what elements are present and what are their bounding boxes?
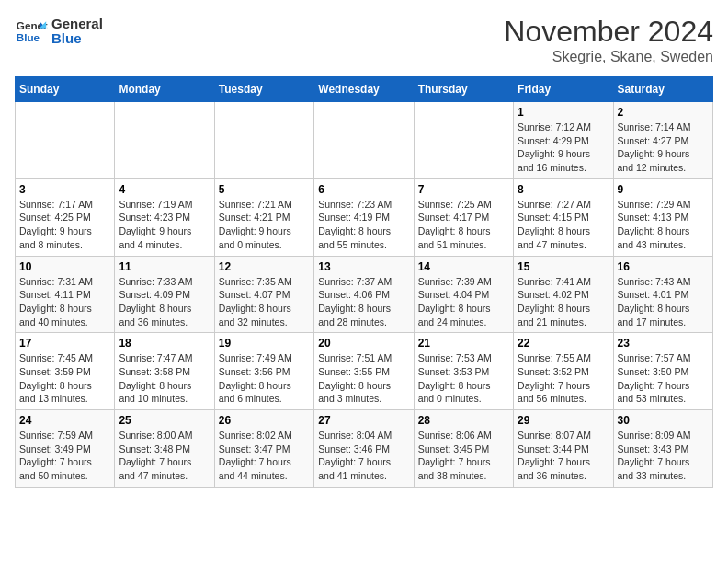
day-number: 24 <box>19 414 110 427</box>
day-number: 19 <box>219 337 310 350</box>
weekday-header-sunday: Sunday <box>16 77 115 102</box>
day-number: 15 <box>518 260 609 273</box>
calendar-week-row: 10Sunrise: 7:31 AM Sunset: 4:11 PM Dayli… <box>16 256 713 333</box>
day-info: Sunrise: 7:43 AM Sunset: 4:01 PM Dayligh… <box>618 275 709 329</box>
day-number: 8 <box>518 183 609 196</box>
day-number: 23 <box>618 337 709 350</box>
calendar-cell: 16Sunrise: 7:43 AM Sunset: 4:01 PM Dayli… <box>613 256 712 333</box>
calendar-cell: 1Sunrise: 7:12 AM Sunset: 4:29 PM Daylig… <box>514 102 613 179</box>
day-info: Sunrise: 7:29 AM Sunset: 4:13 PM Dayligh… <box>618 198 709 252</box>
day-info: Sunrise: 7:33 AM Sunset: 4:09 PM Dayligh… <box>119 275 210 329</box>
day-info: Sunrise: 8:06 AM Sunset: 3:45 PM Dayligh… <box>418 429 509 483</box>
calendar-cell: 10Sunrise: 7:31 AM Sunset: 4:11 PM Dayli… <box>16 256 115 333</box>
day-info: Sunrise: 7:39 AM Sunset: 4:04 PM Dayligh… <box>418 275 509 329</box>
day-number: 27 <box>318 414 409 427</box>
day-info: Sunrise: 7:25 AM Sunset: 4:17 PM Dayligh… <box>418 198 509 252</box>
calendar-cell: 19Sunrise: 7:49 AM Sunset: 3:56 PM Dayli… <box>214 333 313 410</box>
calendar-cell <box>115 102 214 179</box>
day-number: 18 <box>119 337 210 350</box>
day-number: 7 <box>418 183 509 196</box>
day-info: Sunrise: 7:57 AM Sunset: 3:50 PM Dayligh… <box>618 351 709 406</box>
day-info: Sunrise: 7:27 AM Sunset: 4:15 PM Dayligh… <box>518 198 609 252</box>
calendar-cell: 11Sunrise: 7:33 AM Sunset: 4:09 PM Dayli… <box>115 256 214 333</box>
calendar-cell: 28Sunrise: 8:06 AM Sunset: 3:45 PM Dayli… <box>414 410 513 488</box>
day-number: 30 <box>618 414 709 427</box>
calendar-cell <box>414 102 513 179</box>
day-number: 4 <box>119 183 210 196</box>
day-number: 28 <box>418 414 509 427</box>
calendar-week-row: 17Sunrise: 7:45 AM Sunset: 3:59 PM Dayli… <box>16 333 713 410</box>
svg-text:Blue: Blue <box>17 31 40 43</box>
day-number: 1 <box>518 106 609 119</box>
day-info: Sunrise: 8:00 AM Sunset: 3:48 PM Dayligh… <box>119 429 210 483</box>
day-info: Sunrise: 8:09 AM Sunset: 3:43 PM Dayligh… <box>618 429 709 483</box>
day-info: Sunrise: 7:31 AM Sunset: 4:11 PM Dayligh… <box>19 275 110 329</box>
logo-blue-text: Blue <box>51 31 103 47</box>
day-info: Sunrise: 7:59 AM Sunset: 3:49 PM Dayligh… <box>19 429 110 483</box>
day-info: Sunrise: 7:45 AM Sunset: 3:59 PM Dayligh… <box>19 351 110 406</box>
day-info: Sunrise: 7:55 AM Sunset: 3:52 PM Dayligh… <box>518 351 609 406</box>
calendar-cell: 15Sunrise: 7:41 AM Sunset: 4:02 PM Dayli… <box>514 256 613 333</box>
day-info: Sunrise: 7:53 AM Sunset: 3:53 PM Dayligh… <box>418 351 509 406</box>
calendar-cell: 18Sunrise: 7:47 AM Sunset: 3:58 PM Dayli… <box>115 333 214 410</box>
calendar-cell: 24Sunrise: 7:59 AM Sunset: 3:49 PM Dayli… <box>16 410 115 488</box>
day-number: 6 <box>318 183 409 196</box>
calendar-cell: 2Sunrise: 7:14 AM Sunset: 4:27 PM Daylig… <box>613 102 712 179</box>
day-number: 5 <box>219 183 310 196</box>
calendar-cell: 29Sunrise: 8:07 AM Sunset: 3:44 PM Dayli… <box>514 410 613 488</box>
day-number: 14 <box>418 260 509 273</box>
day-info: Sunrise: 8:07 AM Sunset: 3:44 PM Dayligh… <box>518 429 609 483</box>
calendar-cell: 25Sunrise: 8:00 AM Sunset: 3:48 PM Dayli… <box>115 410 214 488</box>
calendar-cell: 20Sunrise: 7:51 AM Sunset: 3:55 PM Dayli… <box>314 333 414 410</box>
calendar-cell: 30Sunrise: 8:09 AM Sunset: 3:43 PM Dayli… <box>613 410 712 488</box>
weekday-header-wednesday: Wednesday <box>314 77 414 102</box>
day-info: Sunrise: 7:21 AM Sunset: 4:21 PM Dayligh… <box>219 198 310 252</box>
day-info: Sunrise: 8:04 AM Sunset: 3:46 PM Dayligh… <box>318 429 409 483</box>
day-number: 17 <box>19 337 110 350</box>
weekday-header-saturday: Saturday <box>613 77 712 102</box>
calendar-cell: 12Sunrise: 7:35 AM Sunset: 4:07 PM Dayli… <box>214 256 313 333</box>
day-info: Sunrise: 7:37 AM Sunset: 4:06 PM Dayligh… <box>318 275 409 329</box>
day-info: Sunrise: 7:23 AM Sunset: 4:19 PM Dayligh… <box>318 198 409 252</box>
day-info: Sunrise: 7:35 AM Sunset: 4:07 PM Dayligh… <box>219 275 310 329</box>
day-info: Sunrise: 7:19 AM Sunset: 4:23 PM Dayligh… <box>119 198 210 252</box>
day-number: 2 <box>618 106 709 119</box>
calendar-cell: 8Sunrise: 7:27 AM Sunset: 4:15 PM Daylig… <box>514 178 613 256</box>
day-number: 21 <box>418 337 509 350</box>
day-info: Sunrise: 7:14 AM Sunset: 4:27 PM Dayligh… <box>618 121 709 175</box>
day-info: Sunrise: 7:12 AM Sunset: 4:29 PM Dayligh… <box>518 121 609 175</box>
day-number: 29 <box>518 414 609 427</box>
calendar-cell <box>314 102 414 179</box>
day-number: 12 <box>219 260 310 273</box>
day-number: 22 <box>518 337 609 350</box>
calendar-cell: 17Sunrise: 7:45 AM Sunset: 3:59 PM Dayli… <box>16 333 115 410</box>
calendar-cell: 23Sunrise: 7:57 AM Sunset: 3:50 PM Dayli… <box>613 333 712 410</box>
calendar-cell: 9Sunrise: 7:29 AM Sunset: 4:13 PM Daylig… <box>613 178 712 256</box>
day-number: 11 <box>119 260 210 273</box>
month-title: November 2024 <box>504 15 713 49</box>
day-number: 10 <box>19 260 110 273</box>
weekday-header-tuesday: Tuesday <box>214 77 313 102</box>
logo-general-text: General <box>51 17 103 32</box>
weekday-header-monday: Monday <box>115 77 214 102</box>
day-info: Sunrise: 7:41 AM Sunset: 4:02 PM Dayligh… <box>518 275 609 329</box>
day-number: 26 <box>219 414 310 427</box>
calendar-cell: 13Sunrise: 7:37 AM Sunset: 4:06 PM Dayli… <box>314 256 414 333</box>
calendar-week-row: 1Sunrise: 7:12 AM Sunset: 4:29 PM Daylig… <box>16 102 713 179</box>
day-number: 16 <box>618 260 709 273</box>
logo: General Blue General Blue <box>15 15 103 48</box>
calendar-cell: 3Sunrise: 7:17 AM Sunset: 4:25 PM Daylig… <box>16 178 115 256</box>
calendar-table: SundayMondayTuesdayWednesdayThursdayFrid… <box>15 76 713 488</box>
calendar-cell: 7Sunrise: 7:25 AM Sunset: 4:17 PM Daylig… <box>414 178 513 256</box>
day-info: Sunrise: 7:49 AM Sunset: 3:56 PM Dayligh… <box>219 351 310 406</box>
day-number: 13 <box>318 260 409 273</box>
day-info: Sunrise: 7:51 AM Sunset: 3:55 PM Dayligh… <box>318 351 409 406</box>
calendar-week-row: 3Sunrise: 7:17 AM Sunset: 4:25 PM Daylig… <box>16 178 713 256</box>
location-title: Skegrie, Skane, Sweden <box>504 49 713 65</box>
calendar-cell: 4Sunrise: 7:19 AM Sunset: 4:23 PM Daylig… <box>115 178 214 256</box>
calendar-cell: 6Sunrise: 7:23 AM Sunset: 4:19 PM Daylig… <box>314 178 414 256</box>
weekday-header-row: SundayMondayTuesdayWednesdayThursdayFrid… <box>16 77 713 102</box>
day-info: Sunrise: 8:02 AM Sunset: 3:47 PM Dayligh… <box>219 429 310 483</box>
calendar-cell: 21Sunrise: 7:53 AM Sunset: 3:53 PM Dayli… <box>414 333 513 410</box>
calendar-week-row: 24Sunrise: 7:59 AM Sunset: 3:49 PM Dayli… <box>16 410 713 488</box>
